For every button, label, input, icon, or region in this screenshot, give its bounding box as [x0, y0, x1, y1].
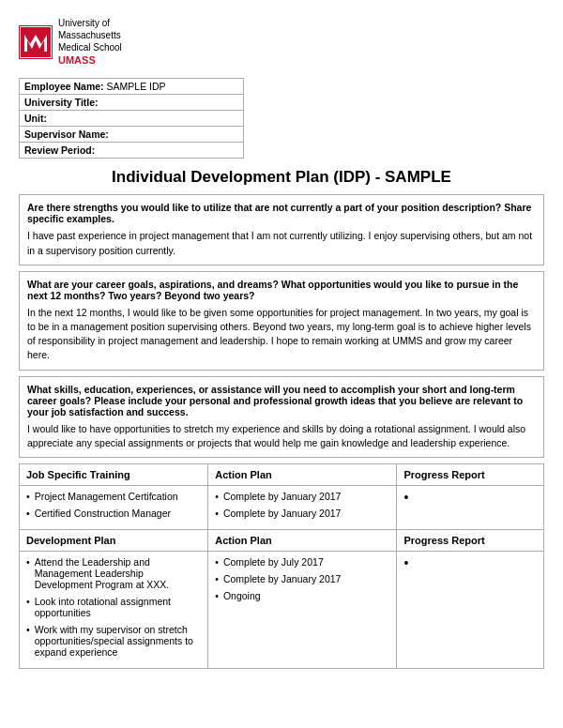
list-item: Complete by January 2017 [215, 491, 389, 502]
section-header-row: Job Specific Training Action Plan Progre… [20, 464, 544, 486]
question-text: What skills, education, experiences, or … [27, 384, 536, 417]
page-title: Individual Development Plan (IDP) - SAMP… [19, 168, 544, 187]
employee-info-row: Supervisor Name: [20, 127, 244, 143]
section-content-row: Project Management CertifcationCertified… [20, 486, 544, 530]
list-item: Certified Construction Manager [26, 508, 201, 519]
training-development-table: Job Specific Training Action Plan Progre… [19, 463, 544, 669]
list-item: Complete by January 2017 [215, 573, 389, 584]
question-block-3: What skills, education, experiences, or … [19, 376, 544, 458]
employee-info-row: Employee Name: SAMPLE IDP [20, 79, 244, 95]
list-item: Project Management Certifcation [26, 491, 201, 502]
answer-text: I would like to have opportunities to st… [27, 422, 536, 450]
section-content-row: Attend the Leadership and Management Lea… [20, 552, 544, 669]
section-action-plan-header: Action Plan [208, 464, 397, 486]
employee-info-row: University Title: [20, 95, 244, 111]
employee-info-table: Employee Name: SAMPLE IDPUniversity Titl… [19, 78, 244, 159]
list-item: Attend the Leadership and Management Lea… [26, 556, 201, 590]
umass-logo-icon [19, 25, 53, 59]
answer-text: In the next 12 months, I would like to b… [27, 306, 536, 363]
section-action-plan-header: Action Plan [208, 530, 397, 552]
progress-dot: • [403, 490, 408, 505]
list-item: Look into rotational assignment opportun… [26, 596, 201, 618]
logo-text: University of Massachusetts Medical Scho… [58, 17, 122, 67]
question-block-1: Are there strengths you would like to ut… [19, 194, 544, 265]
section-items-cell: Project Management CertifcationCertified… [20, 486, 208, 530]
section-progress-cell: • [397, 486, 544, 530]
page-header: University of Massachusetts Medical Scho… [19, 17, 544, 67]
section-progress-cell: • [397, 552, 544, 669]
employee-info-row: Review Period: [20, 143, 244, 159]
section-progress-report-header: Progress Report [397, 464, 544, 486]
section-progress-report-header: Progress Report [397, 530, 544, 552]
section-header-row: Development Plan Action Plan Progress Re… [20, 530, 544, 552]
question-text: Are there strengths you would like to ut… [27, 202, 536, 224]
list-item: Complete by July 2017 [215, 556, 389, 568]
section-header-col1: Job Specific Training [20, 464, 208, 486]
employee-info-row: Unit: [20, 111, 244, 127]
list-item: Complete by January 2017 [215, 508, 389, 519]
list-item: Work with my supervisor on stretch oppor… [26, 624, 201, 658]
section-items-cell: Attend the Leadership and Management Lea… [20, 552, 208, 669]
progress-dot: • [403, 555, 408, 570]
section-action-items-cell: Complete by January 2017Complete by Janu… [208, 486, 397, 530]
question-block-2: What are your career goals, aspirations,… [19, 271, 544, 371]
logo: University of Massachusetts Medical Scho… [19, 17, 122, 67]
section-action-items-cell: Complete by July 2017Complete by January… [208, 552, 397, 669]
section-header-col1: Development Plan [20, 530, 208, 552]
answer-text: I have past experience in project manage… [27, 229, 536, 257]
list-item: Ongoing [215, 590, 389, 601]
question-text: What are your career goals, aspirations,… [27, 279, 536, 301]
